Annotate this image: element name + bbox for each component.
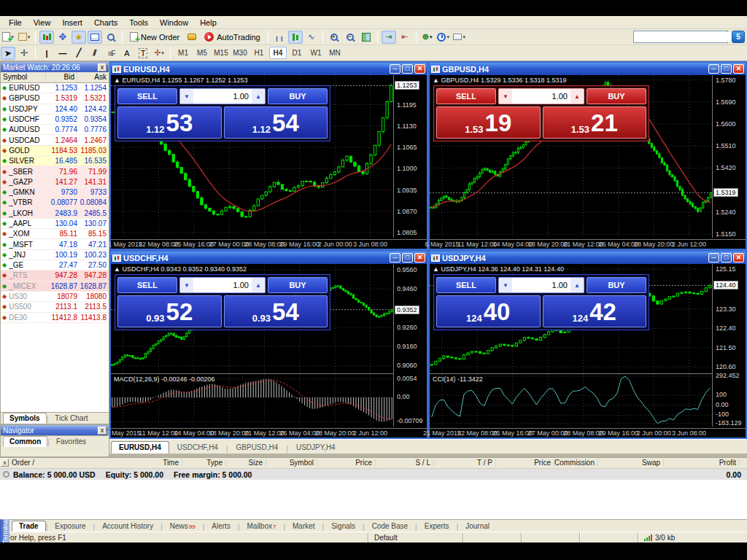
chart-body[interactable]: ▲ USDCHF,H4 0.9343 0.9352 0.9340 0.93520… — [111, 264, 427, 438]
market-watch-row[interactable]: ◆US301807918080 — [1, 292, 109, 302]
market-watch-row[interactable]: ◆_GE27.4727.50 — [1, 260, 109, 271]
close-button[interactable]: ✕ — [414, 64, 425, 74]
tab-favorites[interactable]: Favorites — [50, 436, 93, 447]
data-window-button[interactable]: ✥ — [55, 31, 70, 44]
new-order-button[interactable]: New Order — [125, 31, 184, 44]
market-watch-row[interactable]: ◆USDCAD1.24641.2467 — [1, 135, 109, 145]
column-bid[interactable]: Bid — [46, 72, 77, 82]
terminal-tab-journal[interactable]: Journal — [458, 521, 497, 532]
trendline-tool[interactable]: ╱ — [71, 47, 86, 60]
chart-body[interactable]: ▲ EURUSD,H4 1.1255 1.1267 1.1252 1.12531… — [111, 75, 427, 249]
buy-button[interactable]: BUY — [268, 88, 328, 104]
volume-up-icon[interactable]: ▲ — [570, 278, 584, 292]
sell-button[interactable]: SELL — [436, 88, 496, 104]
minimize-button[interactable]: ─ — [708, 253, 719, 262]
volume-up-icon[interactable]: ▲ — [252, 278, 265, 292]
terminal-column-time[interactable]: Time — [163, 459, 182, 467]
terminal-column-profit[interactable]: Profit — [719, 459, 740, 467]
price-axis[interactable]: 1.11951.11301.10651.10001.09351.08701.08… — [393, 75, 427, 238]
market-watch-row[interactable]: ◆_VTBR0.080770.08084 — [1, 198, 109, 208]
market-watch-row[interactable]: ◆USDJPY124.40124.42 — [1, 104, 109, 114]
chart-titlebar[interactable]: EURUSD,H4─□✕ — [111, 63, 427, 75]
close-button[interactable]: ✕ — [733, 64, 744, 74]
menu-file[interactable]: File — [3, 17, 28, 28]
market-watch-row[interactable]: ◆_JNJ100.19100.23 — [1, 250, 109, 260]
maximize-button[interactable]: □ — [402, 64, 413, 74]
terminal-column-symbol[interactable]: Symbol — [290, 459, 317, 467]
market-watch-row[interactable]: ◆GBPUSD1.53191.5321 — [1, 93, 109, 104]
chart-titlebar[interactable]: GBPUSD,H4─□✕ — [430, 63, 746, 75]
chart-titlebar[interactable]: USDJPY,H4─□✕ — [430, 252, 746, 264]
market-watch-row[interactable]: ◆SILVER16.48516.535 — [1, 156, 109, 166]
autotrading-button[interactable]: AutoTrading — [200, 31, 265, 44]
market-watch-row[interactable]: ◆EURUSD1.12531.1254 — [1, 83, 109, 93]
time-axis[interactable]: 6 May 201511 May 12:0014 May 04:0018 May… — [430, 239, 746, 249]
buy-button[interactable]: BUY — [587, 88, 646, 104]
time-axis[interactable]: 6 May 201511 May 12:0014 May 04:0018 May… — [111, 428, 427, 438]
terminal-column-swap[interactable]: Swap — [642, 459, 664, 467]
price-axis[interactable]: 1.57801.56901.56001.55101.54201.52401.51… — [712, 75, 746, 238]
timeframe-mn[interactable]: MN — [326, 47, 344, 59]
terminal-column-price[interactable]: Price — [355, 459, 376, 467]
market-watch-row[interactable]: ◆_XOM85.1185.15 — [1, 229, 109, 239]
indicator-pane[interactable]: MACD(12,26,9) -0.00246 -0.00206 — [111, 373, 393, 426]
terminal-column-type[interactable]: Type — [206, 459, 226, 467]
market-watch-row[interactable]: ◆_RTS947.28947.28 — [1, 271, 109, 281]
volume-down-icon[interactable]: ▼ — [180, 278, 193, 292]
menu-tools[interactable]: Tools — [123, 17, 154, 28]
terminal-close-icon[interactable]: x — [1, 459, 9, 467]
terminal-tab-signals[interactable]: Signals — [324, 521, 363, 532]
menu-window[interactable]: Window — [154, 17, 194, 28]
terminal-side-tab[interactable]: Terminal — [0, 519, 9, 542]
terminal-column-size[interactable]: Size — [249, 459, 266, 467]
menu-charts[interactable]: Charts — [88, 17, 123, 28]
bar-chart-button[interactable]: ╷╷ — [272, 31, 287, 44]
time-axis[interactable]: 21 May 201522 May 08:0025 May 16:0027 Ma… — [430, 428, 746, 438]
buy-price[interactable]: 1.5321 — [543, 106, 647, 139]
terminal-column-order[interactable]: Order / — [12, 459, 37, 467]
market-watch-row[interactable]: ◆_MICEX1628.871628.87 — [1, 281, 109, 292]
close-button[interactable]: ✕ — [414, 253, 425, 262]
market-watch-row[interactable]: ◆_LKOH2483.92485.5 — [1, 209, 109, 219]
chart-tab-usdjpy[interactable]: USDJPY,H4 — [288, 441, 344, 454]
status-profile[interactable]: Default — [368, 533, 462, 542]
templates-button[interactable]: ▾ — [452, 31, 467, 44]
terminal-column-sl[interactable]: S / L — [415, 459, 434, 467]
market-watch-row[interactable]: ◆USDCHF0.93520.9354 — [1, 114, 109, 125]
navigator-toggle[interactable]: ★ — [71, 31, 86, 44]
tab-common[interactable]: Common — [3, 436, 47, 447]
volume-down-icon[interactable]: ▼ — [180, 89, 193, 104]
indicator-pane[interactable]: CCI(14) -11.3422 — [430, 373, 712, 426]
terminal-tab-code-base[interactable]: Code Base — [365, 521, 415, 532]
buy-price[interactable]: 12442 — [543, 295, 647, 327]
zoom-in-button[interactable]: + — [327, 31, 341, 44]
timeframe-m30[interactable]: M30 — [231, 47, 249, 59]
terminal-tab-trade[interactable]: Trade — [12, 521, 46, 532]
maximize-button[interactable]: □ — [402, 253, 413, 262]
market-watch-row[interactable]: ◆_AAPL130.04130.07 — [1, 219, 109, 229]
label-tool[interactable]: T — [136, 47, 150, 60]
new-chart-button[interactable]: ▾ — [1, 31, 15, 44]
timeframe-h1[interactable]: H1 — [250, 47, 268, 59]
auto-scroll-button[interactable]: ⇥ — [382, 31, 396, 44]
chart-tab-eurusd[interactable]: EURUSD,H4 — [111, 441, 169, 454]
buy-button[interactable]: BUY — [587, 277, 646, 293]
market-watch-close-icon[interactable]: x — [98, 63, 107, 71]
price-axis[interactable]: 125.15123.30122.40121.50120.60124.40292.… — [712, 264, 746, 427]
volume-down-icon[interactable]: ▼ — [499, 278, 512, 292]
candlestick-chart-button[interactable] — [288, 31, 303, 44]
zoom-out-button[interactable]: − — [343, 31, 357, 44]
chart-body[interactable]: ▲ USDJPY,H4 124.36 124.40 124.31 124.401… — [430, 264, 746, 438]
column-symbol[interactable]: Symbol — [1, 72, 46, 82]
terminal-column-commission[interactable]: Commission — [554, 459, 598, 467]
terminal-tab-mailbox[interactable]: Mailbox7 — [240, 521, 284, 532]
market-watch-row[interactable]: ◆_GMKN97309733 — [1, 187, 109, 198]
menu-help[interactable]: Help — [194, 17, 222, 28]
maximize-button[interactable]: □ — [721, 253, 732, 262]
terminal-tab-news[interactable]: News99 — [163, 521, 203, 532]
market-watch-row[interactable]: ◆_SBER71.9671.99 — [1, 166, 109, 176]
vertical-line-tool[interactable]: | — [39, 47, 54, 60]
terminal-tab-experts[interactable]: Experts — [417, 521, 457, 532]
market-watch-row[interactable]: ◆GOLD1184.531185.03 — [1, 146, 109, 156]
volume-down-icon[interactable]: ▼ — [499, 89, 512, 104]
